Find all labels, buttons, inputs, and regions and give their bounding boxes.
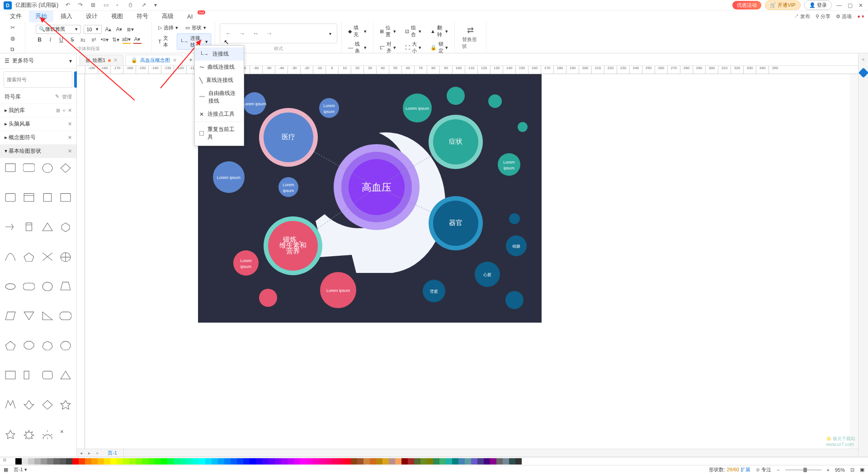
color-swatch[interactable] bbox=[205, 458, 212, 465]
color-swatch[interactable] bbox=[288, 458, 294, 465]
shape-5[interactable] bbox=[22, 192, 36, 203]
shape-26[interactable] bbox=[41, 339, 54, 351]
lock-button[interactable]: 🔒 锁定▾ bbox=[428, 40, 451, 55]
page-indicator-icon[interactable]: ▦ bbox=[4, 467, 8, 473]
color-swatch[interactable] bbox=[370, 458, 376, 465]
color-swatch[interactable] bbox=[332, 458, 338, 465]
color-swatch[interactable] bbox=[509, 458, 515, 465]
color-swatch[interactable] bbox=[357, 458, 363, 465]
cut-icon[interactable]: ✂ bbox=[9, 23, 17, 32]
shape-17[interactable] bbox=[22, 280, 36, 292]
color-swatch[interactable] bbox=[262, 458, 269, 465]
color-swatch[interactable] bbox=[180, 458, 186, 465]
color-swatch[interactable] bbox=[9, 458, 15, 465]
menu-item-连接点工具[interactable]: ✕连接点工具 bbox=[195, 108, 244, 121]
color-swatch[interactable] bbox=[66, 458, 72, 465]
page-add-icon[interactable]: ＋ bbox=[93, 450, 101, 456]
no-color-icon[interactable]: ⊘ bbox=[0, 457, 9, 465]
color-swatch[interactable] bbox=[110, 458, 117, 465]
menu-right-分享[interactable]: ⚲ 分享 bbox=[816, 13, 830, 20]
color-swatch[interactable] bbox=[484, 458, 490, 465]
color-swatch[interactable] bbox=[446, 458, 452, 465]
color-swatch[interactable] bbox=[41, 458, 47, 465]
notification-icon[interactable]: ● ▾ bbox=[857, 13, 864, 20]
color-swatch[interactable] bbox=[136, 458, 142, 465]
shape-23[interactable] bbox=[59, 310, 72, 322]
flip-button[interactable]: ▲ 翻转▾ bbox=[428, 23, 451, 39]
align-button[interactable]: ⫍ 对齐▾ bbox=[377, 40, 399, 55]
fill-button[interactable]: ◆ 填充 ▾ bbox=[345, 23, 369, 39]
menu-item-repeat[interactable]: 重复当前工具 bbox=[195, 123, 244, 144]
zoom-in-icon[interactable]: + bbox=[827, 467, 830, 473]
open-icon[interactable]: ▭ bbox=[104, 2, 111, 9]
color-swatch[interactable] bbox=[15, 458, 22, 465]
color-swatch[interactable] bbox=[344, 458, 351, 465]
shape-0[interactable] bbox=[4, 162, 17, 174]
shape-3[interactable] bbox=[59, 162, 72, 174]
color-swatch[interactable] bbox=[142, 458, 148, 465]
color-swatch[interactable] bbox=[34, 458, 41, 465]
shape-4[interactable] bbox=[4, 192, 17, 203]
page-tab[interactable]: 页-1 bbox=[101, 449, 124, 457]
color-swatch[interactable] bbox=[420, 458, 427, 465]
color-swatch[interactable] bbox=[326, 458, 332, 465]
color-swatch[interactable] bbox=[313, 458, 319, 465]
color-swatch[interactable] bbox=[294, 458, 300, 465]
color-swatch[interactable] bbox=[465, 458, 471, 465]
shape-12[interactable] bbox=[4, 251, 17, 263]
color-swatch[interactable] bbox=[382, 458, 389, 465]
color-swatch[interactable] bbox=[79, 458, 85, 465]
color-swatch[interactable] bbox=[439, 458, 446, 465]
color-swatch[interactable] bbox=[47, 458, 53, 465]
print-icon[interactable]: ⎙ bbox=[129, 2, 136, 9]
menu-tab-文件[interactable]: 文件 bbox=[4, 10, 28, 22]
shape-37[interactable] bbox=[22, 428, 36, 440]
copy-icon[interactable]: ⧉ bbox=[9, 45, 17, 53]
minimize-icon[interactable]: — bbox=[835, 2, 843, 9]
shape-32[interactable] bbox=[4, 399, 17, 410]
export-icon[interactable]: ↗ bbox=[142, 2, 149, 9]
color-swatch[interactable] bbox=[193, 458, 199, 465]
shape-11[interactable] bbox=[59, 221, 72, 233]
color-swatch[interactable] bbox=[503, 458, 509, 465]
shape-6[interactable] bbox=[41, 192, 54, 203]
shape-25[interactable] bbox=[22, 339, 36, 351]
shape-1[interactable] bbox=[22, 162, 36, 174]
shape-2[interactable] bbox=[41, 162, 54, 174]
shape-14[interactable] bbox=[41, 251, 54, 263]
color-swatch[interactable] bbox=[28, 458, 34, 465]
shape-tool[interactable]: ▭ 形状 ▾ bbox=[183, 23, 209, 32]
shape-28[interactable] bbox=[4, 369, 17, 381]
shape-35[interactable] bbox=[59, 399, 72, 410]
shape-21[interactable] bbox=[22, 310, 36, 322]
color-swatch[interactable] bbox=[376, 458, 382, 465]
color-swatch[interactable] bbox=[408, 458, 414, 465]
menu-tab-高级[interactable]: 高级 bbox=[156, 10, 180, 22]
diagram[interactable]: 高血压医疗症状器官锻炼，维生素和营养Lorem ipsumLoremipsumL… bbox=[198, 74, 542, 323]
focus-button[interactable]: ⊙ 专注 bbox=[756, 466, 771, 473]
shape-19[interactable] bbox=[59, 280, 72, 292]
color-swatch[interactable] bbox=[363, 458, 370, 465]
color-swatch[interactable] bbox=[307, 458, 313, 465]
color-swatch[interactable] bbox=[104, 458, 110, 465]
shape-29[interactable] bbox=[22, 369, 36, 381]
shape-31[interactable] bbox=[59, 369, 72, 381]
shape-38[interactable] bbox=[41, 428, 54, 440]
color-swatch[interactable] bbox=[123, 458, 129, 465]
color-swatch[interactable] bbox=[275, 458, 281, 465]
save-icon[interactable]: ▫ bbox=[116, 2, 123, 9]
section-头脑风暴[interactable]: ▸ 头脑风暴✕ bbox=[0, 117, 76, 131]
shape-18[interactable] bbox=[41, 280, 54, 292]
color-swatch[interactable] bbox=[224, 458, 231, 465]
color-swatch[interactable] bbox=[389, 458, 395, 465]
shape-36[interactable] bbox=[4, 428, 17, 440]
login-button[interactable]: 👤 登录 bbox=[804, 0, 832, 10]
vip-button[interactable]: 🛒 开通VIP bbox=[765, 0, 801, 10]
position-button[interactable]: ⊞ 位置▾ bbox=[377, 23, 399, 39]
shape-9[interactable] bbox=[22, 221, 36, 233]
color-swatch[interactable] bbox=[199, 458, 205, 465]
color-swatch[interactable] bbox=[471, 458, 477, 465]
color-swatch[interactable] bbox=[98, 458, 104, 465]
color-swatch[interactable] bbox=[174, 458, 180, 465]
shape-10[interactable] bbox=[41, 221, 54, 233]
